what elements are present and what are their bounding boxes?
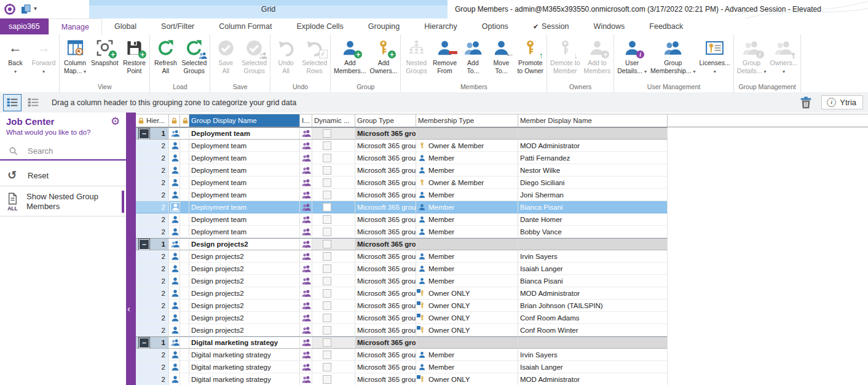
tab-column-format[interactable]: Column Format	[207, 18, 284, 34]
dynamic-checkbox[interactable]	[323, 252, 331, 261]
dynamic-checkbox[interactable]	[323, 351, 331, 359]
licenses-button[interactable]: Licenses...▾	[698, 36, 732, 77]
column-map-button[interactable]: ColumnMap... ▾	[61, 36, 89, 77]
group-details-button[interactable]: iGroupDetails... ▾	[735, 36, 768, 77]
tab-hierarchy[interactable]: Hierarchy	[412, 18, 470, 34]
promote-to-owner-button[interactable]: ↑Promoteto Owner	[515, 36, 545, 76]
add-owners-button[interactable]: +AddOwners...	[368, 36, 400, 76]
quick-access-dropdown-icon[interactable]: ▾	[34, 5, 37, 12]
demote-to-member-button[interactable]: ↓Demote toMember	[548, 36, 582, 76]
table-row[interactable]: 2Deployment teamMicrosoft 365 groupOwner…	[136, 140, 868, 152]
selected-rows-button[interactable]: ✓SelectedRows	[300, 36, 329, 76]
dynamic-checkbox[interactable]	[323, 166, 331, 175]
ytria-brand-button[interactable]: i Ytria	[821, 95, 863, 109]
table-row[interactable]: 2Digital marketing strategyMicrosoft 365…	[136, 349, 868, 361]
dynamic-checkbox[interactable]	[323, 277, 331, 285]
column-header-lock-2[interactable]	[180, 114, 189, 127]
column-header-dynamic[interactable]: Dynamic ...	[312, 114, 355, 127]
table-row[interactable]: 2Design projects2Microsoft 365 groupOwne…	[136, 287, 868, 300]
dynamic-checkbox[interactable]	[323, 338, 331, 347]
collapse-group-button[interactable]: –	[139, 239, 149, 250]
column-header-lock-1[interactable]	[169, 114, 180, 127]
dynamic-checkbox[interactable]	[323, 314, 331, 322]
search-input[interactable]: Search	[0, 142, 126, 161]
trash-icon[interactable]	[799, 95, 813, 110]
forward-button[interactable]: →Forward▾	[30, 36, 58, 77]
gear-icon[interactable]: ⚙	[111, 115, 120, 128]
restore-point-button[interactable]: +RestorePoint	[120, 36, 148, 76]
tab-sapio365[interactable]: sapio365	[0, 18, 49, 34]
collapse-group-button[interactable]: –	[139, 129, 149, 139]
dynamic-checkbox[interactable]	[323, 375, 331, 384]
dynamic-checkbox[interactable]	[323, 326, 331, 335]
dynamic-checkbox[interactable]	[323, 141, 331, 150]
add-members-button[interactable]: +AddMembers...	[332, 36, 368, 76]
table-row[interactable]: 2Deployment teamMicrosoft 365 groupMembe…	[136, 201, 868, 213]
dynamic-checkbox[interactable]	[323, 129, 331, 138]
table-row[interactable]: 2Deployment teamMicrosoft 365 groupOwner…	[136, 177, 868, 189]
reset-button[interactable]: ↺ Reset	[0, 165, 126, 186]
move-to-button[interactable]: ←MoveTo...	[487, 36, 515, 76]
table-row[interactable]: 2Design projects2Microsoft 365 groupMemb…	[136, 263, 868, 275]
tab-explode-cells[interactable]: Explode Cells	[284, 18, 355, 34]
dynamic-checkbox[interactable]	[323, 215, 331, 224]
refresh-all-button[interactable]: RefreshAll	[151, 36, 180, 76]
column-header-group-display-name[interactable]: Group Display Name	[189, 114, 300, 127]
dynamic-checkbox[interactable]	[323, 154, 331, 162]
panel-splitter[interactable]: ‹	[126, 113, 136, 385]
column-header-membership-type[interactable]: Membership Type	[416, 114, 518, 127]
add-to-members-button[interactable]: +Add toMembers	[582, 36, 613, 76]
undo-all-button[interactable]: UndoAll	[272, 36, 300, 76]
group-row[interactable]: –1Deployment teamMicrosoft 365 group	[136, 127, 868, 140]
dynamic-checkbox[interactable]	[323, 203, 331, 212]
table-row[interactable]: 2Design projects2Microsoft 365 groupMemb…	[136, 250, 868, 263]
tab-sort-filter[interactable]: Sort/Filter	[149, 18, 207, 34]
dynamic-checkbox[interactable]	[323, 264, 331, 273]
tab-options[interactable]: Options	[470, 18, 521, 34]
nested-groups-button[interactable]: NestedGroups	[402, 36, 430, 76]
column-header-hier[interactable]: Hier...	[136, 114, 169, 127]
remove-from-button[interactable]: RemoveFrom	[430, 36, 459, 76]
table-row[interactable]: 2Design projects2Microsoft 365 groupOwne…	[136, 312, 868, 324]
dynamic-checkbox[interactable]	[323, 178, 331, 187]
table-row[interactable]: 2Design projects2Microsoft 365 groupMemb…	[136, 275, 868, 287]
group-row[interactable]: –1Digital marketing strategyMicrosoft 36…	[136, 336, 868, 349]
table-row[interactable]: 2Deployment teamMicrosoft 365 groupMembe…	[136, 226, 868, 238]
selected-groups-button[interactable]: SelectedGroups	[240, 36, 269, 76]
window-cascade-icon[interactable]	[20, 4, 31, 15]
snapshot-button[interactable]: +Snapshot	[89, 36, 120, 68]
save-all-button[interactable]: SaveAll	[211, 36, 240, 76]
table-row[interactable]: 2Design projects2Microsoft 365 groupOwne…	[136, 324, 868, 336]
table-row[interactable]: 2Design projects2Microsoft 365 groupOwne…	[136, 300, 868, 312]
sidebar-item-show-nested-group-members[interactable]: ALL Show Nested Group Members	[0, 188, 126, 216]
group-row[interactable]: –1Design projects2Microsoft 365 group	[136, 238, 868, 250]
table-row[interactable]: 2Deployment teamMicrosoft 365 groupMembe…	[136, 152, 868, 164]
group-membership-button[interactable]: GroupMembership... ▾	[649, 36, 697, 77]
dynamic-checkbox[interactable]	[323, 240, 331, 248]
dynamic-checkbox[interactable]	[323, 301, 331, 310]
selected-groups-button[interactable]: SelectedGroups	[180, 36, 208, 76]
tab-feedback[interactable]: Feedback	[637, 18, 695, 34]
tab-global[interactable]: Global	[102, 18, 149, 34]
column-header-i[interactable]: I...	[300, 114, 312, 127]
table-row[interactable]: 2Deployment teamMicrosoft 365 groupMembe…	[136, 189, 868, 201]
grouping-panel-toggle-button[interactable]	[3, 94, 22, 111]
dynamic-checkbox[interactable]	[323, 289, 331, 298]
collapse-chevron-icon[interactable]: ‹	[127, 303, 130, 314]
contextual-tab-grid[interactable]: Grid	[89, 0, 448, 18]
table-row[interactable]: 2Digital marketing strategyMicrosoft 365…	[136, 373, 868, 385]
tab-session[interactable]: ✔Session	[521, 18, 582, 34]
owners-button[interactable]: Owners...▾	[768, 36, 800, 77]
tab-manage[interactable]: Manage	[49, 18, 102, 34]
dynamic-checkbox[interactable]	[323, 363, 331, 371]
add-to-button[interactable]: AddTo...	[459, 36, 487, 76]
table-row[interactable]: 2Deployment teamMicrosoft 365 groupMembe…	[136, 164, 868, 177]
tab-windows[interactable]: Windows	[582, 18, 637, 34]
table-row[interactable]: 2Deployment teamMicrosoft 365 groupMembe…	[136, 213, 868, 226]
grouping-list-toggle-button[interactable]	[25, 95, 42, 111]
column-header-group-type[interactable]: Group Type	[355, 114, 416, 127]
user-details-button[interactable]: iUserDetails... ▾	[615, 36, 649, 77]
collapse-group-button[interactable]: –	[139, 338, 149, 348]
dynamic-checkbox[interactable]	[323, 191, 331, 199]
table-row[interactable]: 2Digital marketing strategyMicrosoft 365…	[136, 361, 868, 373]
